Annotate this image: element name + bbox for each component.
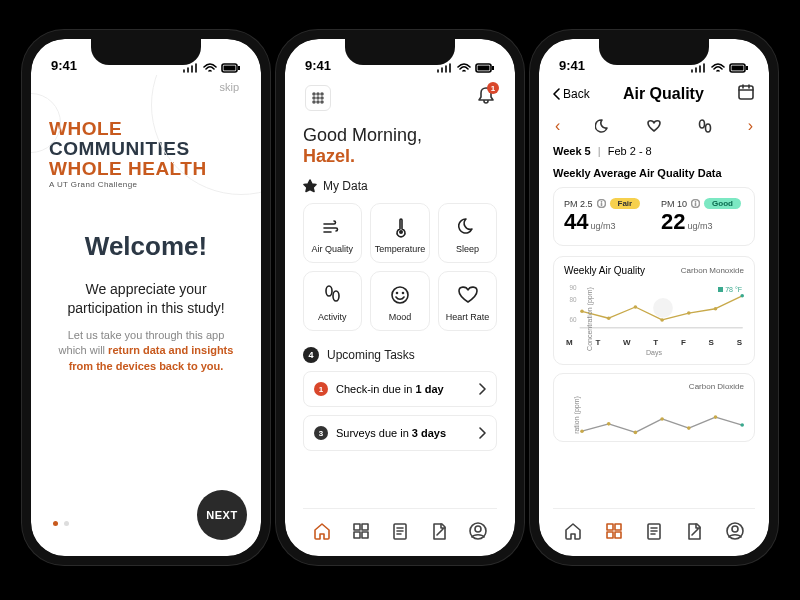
nav-home[interactable] bbox=[563, 521, 583, 545]
page-title: Air Quality bbox=[623, 85, 704, 103]
svg-point-48 bbox=[580, 429, 584, 433]
card-label: Air Quality bbox=[312, 244, 354, 254]
grid-icon bbox=[351, 521, 371, 541]
svg-point-7 bbox=[317, 93, 319, 95]
heart-icon bbox=[457, 284, 479, 306]
svg-rect-58 bbox=[615, 532, 621, 538]
moon-icon[interactable] bbox=[595, 118, 611, 134]
task-row[interactable]: 1 Check-in due in 1 day bbox=[303, 371, 497, 407]
svg-rect-23 bbox=[354, 532, 360, 538]
card-label: Sleep bbox=[456, 244, 479, 254]
quality-pill-good: Good bbox=[704, 198, 741, 209]
info-icon[interactable] bbox=[597, 199, 606, 208]
card-sleep[interactable]: Sleep bbox=[438, 203, 497, 263]
skip-link[interactable]: skip bbox=[219, 81, 239, 93]
upcoming-count-badge: 4 bbox=[303, 347, 319, 363]
card-heart-rate[interactable]: Heart Rate bbox=[438, 271, 497, 331]
card-label: Temperature bbox=[375, 244, 426, 254]
svg-text:60: 60 bbox=[569, 316, 577, 323]
upcoming-heading: 4 Upcoming Tasks bbox=[303, 347, 497, 363]
svg-point-45 bbox=[714, 307, 718, 311]
user-circle-icon bbox=[468, 521, 488, 541]
svg-rect-24 bbox=[362, 532, 368, 538]
heart-icon[interactable] bbox=[646, 118, 662, 134]
phone-home: 9:41 1 Good Morning, bbox=[276, 30, 524, 565]
prev-arrow[interactable]: ‹ bbox=[555, 117, 560, 135]
page-indicator bbox=[53, 521, 69, 526]
upcoming-label: Upcoming Tasks bbox=[327, 348, 415, 362]
back-button[interactable]: Back bbox=[553, 87, 590, 101]
metric-value: 44 bbox=[564, 209, 588, 234]
nav-surveys[interactable] bbox=[390, 521, 410, 545]
nav-surveys[interactable] bbox=[644, 521, 664, 545]
notch bbox=[599, 39, 709, 65]
card-air-quality[interactable]: Air Quality bbox=[303, 203, 362, 263]
next-arrow[interactable]: › bbox=[748, 117, 753, 135]
y-axis-label: Concentration (ppm) bbox=[586, 287, 593, 351]
svg-point-47 bbox=[653, 298, 673, 318]
svg-point-41 bbox=[607, 316, 611, 320]
grid-icon bbox=[604, 521, 624, 541]
status-time: 9:41 bbox=[559, 58, 585, 73]
wifi-icon bbox=[457, 63, 471, 73]
card-temperature[interactable]: Temperature bbox=[370, 203, 431, 263]
svg-point-8 bbox=[321, 93, 323, 95]
card-activity[interactable]: Activity bbox=[303, 271, 362, 331]
nav-home[interactable] bbox=[312, 521, 332, 545]
next-button[interactable]: NEXT bbox=[197, 490, 247, 540]
chevron-left-icon bbox=[553, 88, 561, 100]
svg-rect-2 bbox=[238, 66, 240, 70]
status-icons bbox=[183, 63, 241, 73]
wind-icon bbox=[321, 216, 343, 238]
welcome-heading: Welcome! bbox=[49, 231, 243, 262]
clipboard-icon bbox=[390, 521, 410, 541]
task-count-badge: 1 bbox=[314, 382, 328, 396]
nav-dashboard[interactable] bbox=[351, 521, 371, 545]
svg-point-20 bbox=[403, 293, 404, 294]
svg-point-49 bbox=[607, 422, 611, 426]
card-label: Mood bbox=[389, 312, 412, 322]
chart-title: Weekly Air Quality bbox=[564, 265, 645, 276]
chart-annotation: 78 °F bbox=[718, 286, 742, 293]
metrics-card: PM 2.5 Fair 44ug/m3 PM 10 Good 22ug/m3 bbox=[553, 187, 755, 246]
svg-text:90: 90 bbox=[569, 284, 577, 291]
metric-unit: ug/m3 bbox=[590, 221, 615, 231]
wifi-icon bbox=[203, 63, 217, 73]
back-label: Back bbox=[563, 87, 590, 101]
notch bbox=[91, 39, 201, 65]
battery-icon bbox=[729, 63, 749, 73]
svg-point-44 bbox=[687, 311, 691, 315]
phone-air-quality: 9:41 Back Air Quality bbox=[530, 30, 778, 565]
y-axis-label: ration (ppm) bbox=[573, 396, 580, 434]
task-text: Surveys due in 3 days bbox=[336, 427, 446, 439]
page-dot bbox=[53, 521, 58, 526]
svg-point-33 bbox=[705, 124, 710, 132]
card-mood[interactable]: Mood bbox=[370, 271, 431, 331]
nav-profile[interactable] bbox=[725, 521, 745, 545]
status-icons bbox=[437, 63, 495, 73]
grid-dots-icon bbox=[311, 91, 325, 105]
svg-rect-21 bbox=[354, 524, 360, 530]
svg-point-10 bbox=[317, 97, 319, 99]
nav-profile[interactable] bbox=[468, 521, 488, 545]
nav-dashboard[interactable] bbox=[604, 521, 624, 545]
card-label: Heart Rate bbox=[446, 312, 490, 322]
phone-onboarding: 9:41 skip WHOLE COMMUNITIES WHOLE HEALTH… bbox=[22, 30, 270, 565]
svg-rect-55 bbox=[607, 524, 613, 530]
calendar-icon bbox=[737, 83, 755, 101]
nav-notes[interactable] bbox=[684, 521, 704, 545]
status-time: 9:41 bbox=[305, 58, 331, 73]
thermometer-icon bbox=[389, 216, 411, 238]
svg-rect-57 bbox=[607, 532, 613, 538]
menu-grid-button[interactable] bbox=[305, 85, 331, 111]
svg-point-17 bbox=[333, 291, 339, 301]
info-icon[interactable] bbox=[691, 199, 700, 208]
task-row[interactable]: 3 Surveys due in 3 days bbox=[303, 415, 497, 451]
notifications-button[interactable]: 1 bbox=[477, 86, 495, 110]
footsteps-icon[interactable] bbox=[697, 118, 713, 134]
date-range: Feb 2 - 8 bbox=[608, 145, 652, 157]
svg-text:80: 80 bbox=[569, 297, 577, 304]
metric-value: 22 bbox=[661, 209, 685, 234]
nav-notes[interactable] bbox=[429, 521, 449, 545]
calendar-button[interactable] bbox=[737, 83, 755, 105]
